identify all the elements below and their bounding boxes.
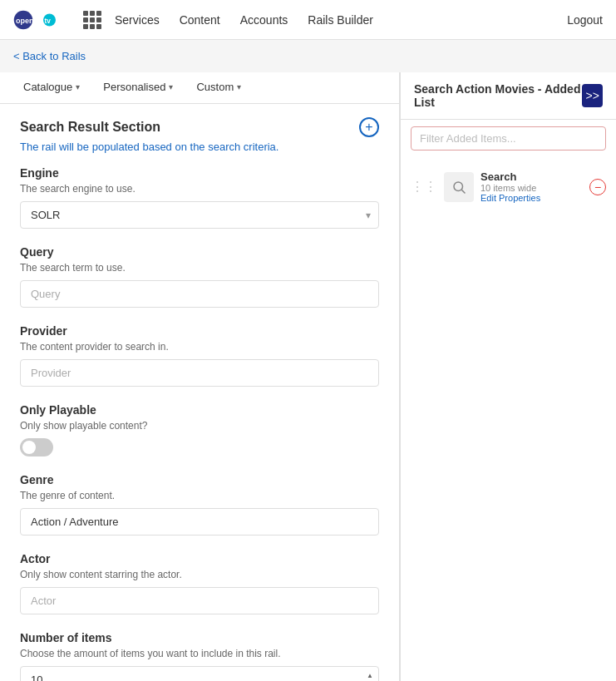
tab-custom[interactable]: Custom ▾: [186, 72, 251, 103]
main-nav: Services Content Accounts Rails Builder: [115, 13, 567, 27]
chevron-down-icon: ▾: [169, 82, 173, 91]
toggle-slider: [20, 438, 53, 456]
only-playable-toggle-wrapper: [20, 438, 379, 456]
provider-field-group: Provider The content provider to search …: [20, 324, 379, 387]
logo-svg: open tv: [13, 7, 63, 33]
main-layout: Catalogue ▾ Personalised ▾ Custom ▾ Sear…: [0, 72, 616, 681]
query-field-group: Query The search term to use.: [20, 245, 379, 308]
engine-label: Engine: [20, 166, 379, 180]
only-playable-description: Only show playable content?: [20, 420, 379, 432]
query-description: The search term to use.: [20, 262, 379, 274]
chevron-down-icon: ▾: [237, 82, 241, 91]
item-sub: 10 items wide: [480, 183, 583, 193]
item-edit-link[interactable]: Edit Properties: [480, 193, 583, 203]
item-info: Search 10 items wide Edit Properties: [480, 170, 583, 203]
only-playable-toggle[interactable]: [20, 438, 53, 456]
number-arrows: ▲ ▼: [364, 671, 376, 681]
item-search-icon: [444, 172, 474, 202]
actor-label: Actor: [20, 552, 379, 565]
actor-description: Only show content starring the actor.: [20, 569, 379, 580]
back-link[interactable]: < Back to Rails: [0, 40, 616, 72]
item-remove-button[interactable]: −: [589, 179, 606, 195]
logo: open tv: [13, 7, 63, 33]
number-of-items-field-group: Number of items Choose the amount of ite…: [20, 631, 379, 681]
chevron-down-icon: ▾: [76, 82, 80, 91]
logout-button[interactable]: Logout: [567, 13, 603, 27]
svg-text:open: open: [16, 16, 34, 24]
expand-button[interactable]: >>: [582, 84, 603, 107]
engine-select[interactable]: SOLR Elastic: [20, 201, 379, 229]
provider-description: The content provider to search in.: [20, 341, 379, 353]
right-panel-header: Search Action Movies - Added List >>: [401, 72, 616, 120]
engine-select-wrapper: SOLR Elastic ▾: [20, 201, 379, 229]
apps-grid-icon[interactable]: [83, 11, 101, 29]
drag-handle-icon[interactable]: ⋮⋮: [411, 179, 437, 195]
svg-text:tv: tv: [45, 17, 52, 24]
tab-personalised[interactable]: Personalised ▾: [93, 72, 183, 103]
number-up-button[interactable]: ▲: [364, 671, 376, 679]
query-input[interactable]: [20, 280, 379, 308]
genre-field-group: Genre The genre of content.: [20, 473, 379, 535]
genre-description: The genre of content.: [20, 490, 379, 501]
query-label: Query: [20, 245, 379, 259]
number-of-items-label: Number of items: [20, 631, 379, 644]
section-title: Search Result Section: [20, 120, 160, 135]
added-items-list: ⋮⋮ Search 10 items wide Edit Properties …: [401, 157, 616, 216]
nav-rails-builder[interactable]: Rails Builder: [308, 13, 373, 27]
number-input-wrapper: ▲ ▼: [20, 666, 379, 681]
provider-label: Provider: [20, 324, 379, 338]
genre-input[interactable]: [20, 508, 379, 535]
section-description: The rail will be populated based on the …: [20, 141, 379, 153]
nav-services[interactable]: Services: [115, 13, 160, 27]
actor-field-group: Actor Only show content starring the act…: [20, 552, 379, 614]
svg-line-5: [461, 190, 465, 193]
section-header: Search Result Section +: [20, 117, 379, 137]
right-panel-title: Search Action Movies - Added List: [414, 82, 582, 109]
number-of-items-description: Choose the amount of items you want to i…: [20, 648, 379, 659]
tabs-bar: Catalogue ▾ Personalised ▾ Custom ▾: [0, 72, 399, 104]
item-name: Search: [480, 170, 583, 183]
svg-point-4: [454, 182, 463, 191]
left-panel: Catalogue ▾ Personalised ▾ Custom ▾ Sear…: [0, 72, 400, 681]
engine-description: The search engine to use.: [20, 183, 379, 195]
only-playable-label: Only Playable: [20, 403, 379, 417]
genre-label: Genre: [20, 473, 379, 486]
engine-field-group: Engine The search engine to use. SOLR El…: [20, 166, 379, 229]
tab-catalogue[interactable]: Catalogue ▾: [13, 72, 90, 103]
content-area: Search Result Section + The rail will be…: [0, 104, 399, 681]
number-of-items-input[interactable]: [20, 666, 379, 681]
actor-input[interactable]: [20, 587, 379, 614]
main-header: open tv Services Content Accounts Rails …: [0, 0, 616, 40]
right-panel: Search Action Movies - Added List >> ⋮⋮ …: [400, 72, 616, 681]
list-item: ⋮⋮ Search 10 items wide Edit Properties …: [401, 164, 616, 210]
provider-input[interactable]: [20, 359, 379, 387]
filter-input[interactable]: [411, 126, 606, 151]
add-section-button[interactable]: +: [359, 117, 379, 137]
nav-accounts[interactable]: Accounts: [240, 13, 288, 27]
nav-content[interactable]: Content: [180, 13, 220, 27]
only-playable-field-group: Only Playable Only show playable content…: [20, 403, 379, 456]
